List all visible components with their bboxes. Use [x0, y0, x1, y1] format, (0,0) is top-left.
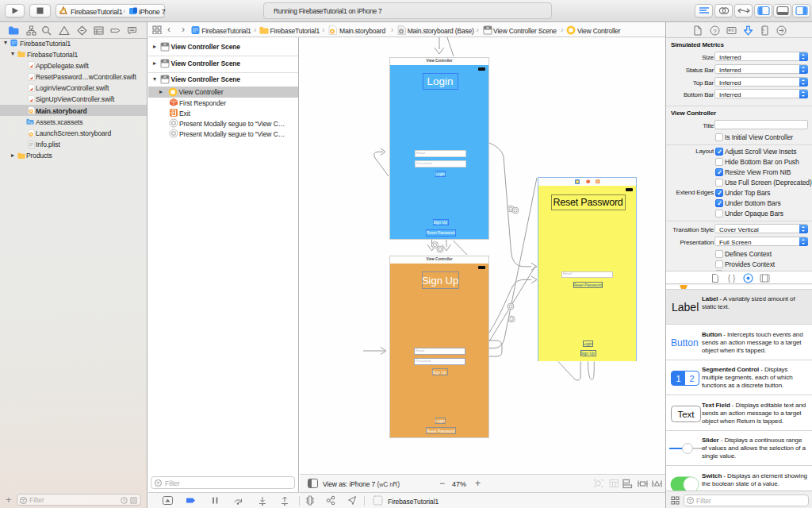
svg-text:2: 2: [689, 374, 694, 383]
svg-text:1: 1: [676, 374, 680, 383]
svg-text:?: ?: [713, 27, 717, 34]
svg-text:Text: Text: [677, 409, 695, 418]
svg-text:{ }: { }: [728, 274, 736, 283]
